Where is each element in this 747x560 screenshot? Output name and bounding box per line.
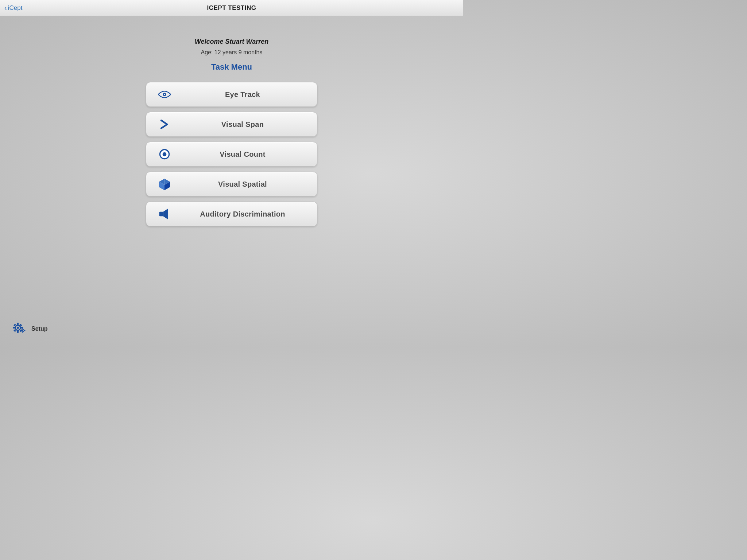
age-text: Age: 12 years 9 months bbox=[201, 49, 263, 56]
nav-title: ICEPT TESTING bbox=[207, 4, 256, 12]
svg-point-3 bbox=[163, 152, 167, 156]
svg-rect-11 bbox=[159, 212, 163, 217]
chevron-right-icon bbox=[154, 118, 175, 131]
eye-icon bbox=[154, 88, 175, 101]
task-buttons-container: Eye Track Visual Span Visual Count bbox=[146, 82, 317, 226]
auditory-discrimination-label: Auditory Discrimination bbox=[175, 210, 310, 218]
svg-marker-12 bbox=[163, 209, 168, 219]
setup-label: Setup bbox=[31, 326, 47, 332]
svg-rect-17 bbox=[13, 327, 15, 328]
cube-icon bbox=[154, 178, 175, 191]
nav-back-button[interactable]: ‹ iCept bbox=[4, 4, 22, 12]
task-menu-title: Task Menu bbox=[211, 62, 252, 72]
welcome-text: Welcome Stuart Warren bbox=[195, 38, 268, 46]
visual-spatial-button[interactable]: Visual Spatial bbox=[146, 172, 317, 197]
visual-span-label: Visual Span bbox=[175, 120, 310, 129]
visual-spatial-label: Visual Spatial bbox=[175, 180, 310, 188]
record-icon bbox=[154, 148, 175, 161]
auditory-discrimination-button[interactable]: Auditory Discrimination bbox=[146, 202, 317, 226]
eye-track-button[interactable]: Eye Track bbox=[146, 82, 317, 107]
main-content: Welcome Stuart Warren Age: 12 years 9 mo… bbox=[0, 16, 463, 226]
svg-rect-26 bbox=[22, 332, 23, 333]
back-label: iCept bbox=[8, 4, 23, 12]
eye-track-label: Eye Track bbox=[175, 90, 310, 99]
svg-point-14 bbox=[17, 327, 19, 329]
svg-rect-27 bbox=[20, 330, 22, 331]
svg-rect-15 bbox=[17, 323, 19, 325]
setup-gears-icon bbox=[10, 321, 28, 337]
nav-bar: ‹ iCept ICEPT TESTING bbox=[0, 0, 463, 16]
svg-point-24 bbox=[22, 330, 23, 331]
setup-area[interactable]: Setup bbox=[10, 321, 47, 337]
back-chevron-icon: ‹ bbox=[4, 4, 7, 12]
speaker-icon bbox=[154, 207, 175, 221]
visual-span-button[interactable]: Visual Span bbox=[146, 112, 317, 137]
svg-rect-28 bbox=[24, 330, 26, 331]
svg-rect-25 bbox=[22, 328, 23, 329]
visual-count-button[interactable]: Visual Count bbox=[146, 142, 317, 167]
svg-rect-16 bbox=[17, 331, 19, 333]
visual-count-label: Visual Count bbox=[175, 150, 310, 159]
svg-point-1 bbox=[164, 94, 165, 95]
